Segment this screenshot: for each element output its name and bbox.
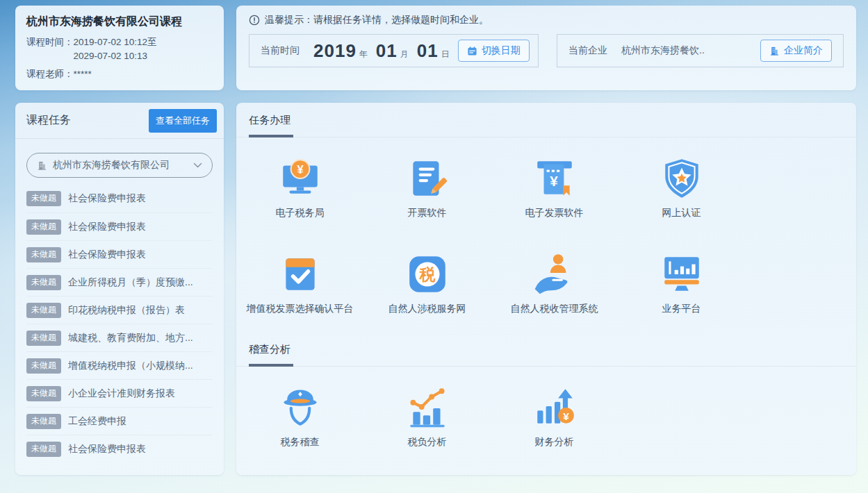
company-select-value: 杭州市东海捞餐饮有限公司 [53, 159, 170, 172]
office-building-icon [769, 46, 780, 56]
svg-text:¥: ¥ [297, 163, 304, 176]
course-time-end: 2029-07-02 10:13 [74, 51, 148, 61]
status-badge: 未做题 [26, 442, 61, 457]
task-row[interactable]: 未做题社会保险费申报表 [26, 185, 213, 212]
app-invoice-software[interactable]: 开票软件 [404, 156, 450, 219]
app-natural-person-tax-admin[interactable]: 自然人税收管理系统 [511, 251, 598, 315]
section-divider [236, 137, 856, 137]
etax-bureau-icon: ¥ [277, 156, 323, 201]
switch-date-button[interactable]: 切换日期 [458, 40, 530, 62]
date-day: 01 [417, 40, 439, 62]
tax-burden-analysis-icon [404, 385, 450, 431]
task-row[interactable]: 未做题增值税纳税申报（小规模纳... [26, 351, 213, 379]
business-platform-icon [659, 251, 705, 297]
current-date-panel: 当前时间 2019 年 01 月 01 日 [249, 34, 539, 67]
date-month-unit: 月 [400, 49, 409, 60]
status-badge: 未做题 [26, 247, 61, 262]
course-tasks-card: 课程任务 查看全部任务 杭州市东海捞餐饮有限公司 未做题社会保险费申报表 未做题… [15, 103, 224, 475]
app-financial-analysis[interactable]: ¥ 财务分析 [532, 385, 578, 449]
app-online-auth[interactable]: 网上认证 [659, 156, 705, 219]
section-title-audit-analysis: 稽查分析 [249, 343, 856, 356]
financial-analysis-icon: ¥ [532, 385, 578, 431]
calendar-icon [467, 46, 477, 56]
natural-person-tax-web-icon: 税 [404, 251, 450, 297]
app-tax-burden-analysis[interactable]: 税负分析 [404, 385, 450, 449]
enterprise-profile-button[interactable]: 企业简介 [760, 40, 832, 62]
status-badge: 未做题 [26, 331, 61, 346]
course-tasks-header: 课程任务 查看全部任务 [15, 103, 224, 139]
notice-text: 温馨提示：请根据任务详情，选择做题时间和企业。 [265, 14, 489, 26]
section-indicator [249, 364, 293, 367]
online-auth-icon [659, 156, 705, 201]
notice-row: 温馨提示：请根据任务详情，选择做题时间和企业。 [249, 14, 844, 26]
current-enterprise-name: 杭州市东海捞餐饮.. [621, 44, 705, 57]
audit-analysis-grid: 税务稽查 税负分析 [236, 385, 856, 449]
course-info-card: 杭州市东海捞餐饮有限公司课程 课程时间： 2019-07-02 10:12至 2… [15, 6, 224, 90]
tax-inspection-icon [277, 385, 323, 431]
view-all-tasks-button[interactable]: 查看全部任务 [149, 109, 217, 133]
current-enterprise-panel: 当前企业 杭州市东海捞餐饮.. 企业简介 [557, 34, 844, 67]
status-badge: 未做题 [26, 191, 61, 206]
current-enterprise-label: 当前企业 [568, 44, 607, 57]
course-time-row: 课程时间： 2019-07-02 10:12至 2029-07-02 10:13 [26, 35, 213, 62]
status-badge: 未做题 [26, 303, 61, 318]
course-time-start: 2019-07-02 10:12至 [74, 37, 157, 47]
app-einvoice-software[interactable]: ¥ 电子发票软件 [525, 156, 584, 219]
date-year-unit: 年 [359, 49, 368, 60]
task-row[interactable]: 未做题企业所得税月（季）度预缴... [26, 268, 213, 296]
company-building-icon [37, 160, 47, 171]
chevron-down-icon [193, 162, 202, 169]
task-row[interactable]: 未做题工会经费申报 [26, 407, 213, 435]
status-badge: 未做题 [26, 275, 61, 290]
course-title: 杭州市东海捞餐饮有限公司课程 [26, 15, 213, 29]
current-date-value: 2019 年 01 月 01 日 [313, 40, 458, 62]
section-title-task-handling: 任务办理 [249, 114, 856, 127]
date-day-unit: 日 [441, 49, 450, 60]
current-date-label: 当前时间 [261, 44, 300, 57]
top-bar-card: 温馨提示：请根据任务详情，选择做题时间和企业。 当前时间 2019 年 01 月… [236, 6, 856, 90]
invoice-software-icon [404, 156, 450, 201]
task-row[interactable]: 未做题印花税纳税申报（报告）表 [26, 296, 213, 324]
page: 杭州市东海捞餐饮有限公司课程 课程时间： 2019-07-02 10:12至 2… [0, 0, 868, 493]
svg-text:税: 税 [418, 265, 435, 283]
active-tab-indicator [249, 135, 293, 137]
app-business-platform[interactable]: 业务平台 [659, 251, 705, 315]
task-row[interactable]: 未做题小企业会计准则财务报表 [26, 379, 213, 407]
status-badge: 未做题 [26, 219, 61, 235]
status-badge: 未做题 [26, 386, 61, 401]
date-year: 2019 [313, 40, 357, 62]
course-time-label: 课程时间： [26, 35, 74, 62]
course-teacher-value: ***** [74, 67, 92, 81]
warning-icon [249, 15, 260, 26]
course-teacher-label: 课程老师： [26, 67, 74, 81]
task-row[interactable]: 未做题社会保险费申报表 [26, 435, 213, 462]
main-panel: 任务办理 ¥ 电子税务局 [236, 103, 856, 475]
course-teacher-row: 课程老师： ***** [26, 67, 213, 81]
natural-person-tax-admin-icon [532, 251, 578, 297]
date-month: 01 [376, 40, 398, 62]
vat-confirm-platform-icon [277, 251, 323, 297]
task-row[interactable]: 未做题社会保险费申报表 [26, 240, 213, 268]
task-row[interactable]: 未做题社会保险费申报表 [26, 212, 213, 240]
status-badge: 未做题 [26, 414, 61, 429]
app-vat-confirm-platform[interactable]: 增值税发票选择确认平台 [247, 251, 354, 315]
app-tax-inspection[interactable]: 税务稽查 [277, 385, 323, 449]
einvoice-software-icon: ¥ [532, 156, 578, 201]
company-select[interactable]: 杭州市东海捞餐饮有限公司 [26, 153, 213, 178]
task-handling-grid: ¥ 电子税务局 开票软件 [236, 156, 856, 315]
svg-text:¥: ¥ [563, 410, 569, 422]
status-badge: 未做题 [26, 358, 61, 374]
section-divider [236, 366, 856, 367]
svg-text:¥: ¥ [550, 173, 558, 189]
app-etax-bureau[interactable]: ¥ 电子税务局 [276, 156, 325, 219]
task-row[interactable]: 未做题城建税、教育费附加、地方... [26, 324, 213, 351]
course-tasks-title: 课程任务 [26, 113, 149, 128]
app-natural-person-tax-web[interactable]: 税 自然人涉税服务网 [388, 251, 466, 315]
task-list: 未做题社会保险费申报表 未做题社会保险费申报表 未做题社会保险费申报表 未做题企… [15, 185, 224, 462]
